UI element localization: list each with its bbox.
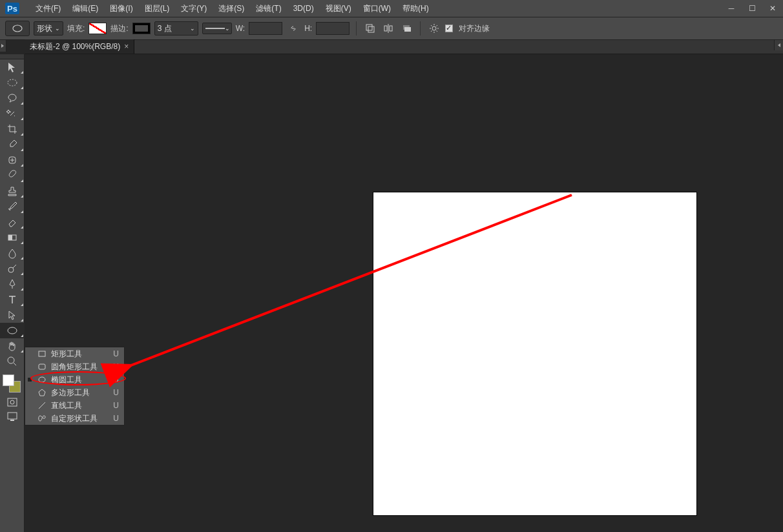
active-tool-indicator[interactable] — [5, 21, 30, 36]
lasso-tool[interactable] — [0, 90, 25, 106]
tool-mode-label: 形状 — [37, 23, 52, 34]
flyout-item[interactable]: 自定形状工具U — [25, 412, 124, 425]
line-icon — [37, 401, 47, 410]
shape-tool-flyout: 矩形工具U圆角矩形工具U椭圆工具U多边形工具U直线工具U自定形状工具U — [25, 347, 125, 425]
stamp-tool[interactable] — [0, 183, 25, 199]
menu-item[interactable]: 文字(Y) — [175, 0, 213, 17]
stroke-color-swatch[interactable] — [132, 23, 151, 34]
chevron-down-icon: ⌄ — [225, 25, 230, 32]
menu-item[interactable]: 图层(L) — [139, 0, 176, 17]
flyout-item[interactable]: 多边形工具U — [25, 386, 124, 399]
svg-line-23 — [39, 402, 45, 409]
svg-point-14 — [8, 327, 17, 334]
flyout-item-shortcut: U — [113, 362, 124, 371]
flyout-item-label: 矩形工具 — [51, 349, 82, 360]
crop-tool[interactable] — [0, 121, 25, 137]
menu-item[interactable]: 编辑(E) — [67, 0, 104, 17]
menu-item[interactable]: 3D(D) — [287, 0, 320, 17]
path-select-tool[interactable] — [0, 307, 25, 323]
path-combine-button[interactable] — [363, 21, 377, 36]
eyedropper-tool[interactable] — [0, 137, 25, 152]
type-tool[interactable] — [0, 292, 25, 307]
flyout-item-label: 多边形工具 — [51, 387, 90, 398]
svg-point-17 — [10, 400, 14, 404]
work-area — [25, 54, 774, 532]
flyout-item[interactable]: 矩形工具U — [25, 347, 124, 360]
custom-icon — [37, 414, 47, 423]
flyout-item-shortcut: U — [113, 414, 124, 423]
flyout-item-shortcut: U — [113, 349, 124, 358]
menu-item[interactable]: 滤镜(T) — [250, 0, 287, 17]
magic-wand-tool[interactable] — [0, 106, 25, 121]
menu-item[interactable]: 选择(S) — [213, 0, 250, 17]
color-swatches[interactable] — [0, 373, 25, 395]
fill-color-swatch[interactable] — [89, 23, 107, 34]
flyout-item[interactable]: 圆角矩形工具U — [25, 360, 124, 373]
separator — [420, 21, 421, 36]
shape-tool[interactable] — [0, 323, 25, 338]
svg-rect-4 — [390, 26, 392, 31]
document-tab[interactable]: 未标题-2 @ 100%(RGB/8) × — [25, 39, 134, 54]
flyout-item[interactable]: 椭圆工具U — [25, 373, 124, 386]
height-label: H: — [304, 24, 312, 33]
dodge-tool[interactable] — [0, 261, 25, 276]
move-tool[interactable] — [0, 59, 25, 75]
brush-tool[interactable] — [0, 168, 25, 183]
height-input[interactable] — [316, 22, 350, 35]
foreground-color[interactable] — [3, 374, 14, 386]
document-canvas[interactable] — [373, 192, 696, 515]
align-edges-checkbox[interactable] — [445, 25, 453, 32]
zoom-tool[interactable] — [0, 354, 25, 369]
svg-rect-7 — [404, 27, 411, 32]
flyout-item-label: 圆角矩形工具 — [51, 362, 98, 373]
right-panel-handle[interactable] — [774, 40, 783, 50]
pen-tool[interactable] — [0, 276, 25, 292]
marquee-tool[interactable] — [0, 75, 25, 90]
roundrect-icon — [37, 362, 47, 371]
svg-point-15 — [8, 357, 14, 363]
hand-tool[interactable] — [0, 338, 25, 354]
document-tab-title: 未标题-2 @ 100%(RGB/8) — [30, 41, 120, 52]
menu-item[interactable]: 帮助(H) — [397, 0, 435, 17]
close-tab-icon[interactable]: × — [124, 42, 129, 51]
menu-item[interactable]: 窗口(W) — [357, 0, 397, 17]
gradient-tool[interactable] — [0, 230, 25, 245]
chevron-down-icon: ⌄ — [190, 25, 195, 32]
menu-item[interactable]: 文件(F) — [30, 0, 67, 17]
stroke-width-value: 3 点 — [158, 23, 172, 34]
menu-item[interactable]: 图像(I) — [104, 0, 138, 17]
chevron-down-icon: ⌄ — [55, 25, 60, 32]
maximize-button[interactable]: ☐ — [742, 0, 762, 17]
link-wh-button[interactable] — [286, 21, 300, 36]
fill-label: 填充: — [67, 23, 85, 34]
blur-tool[interactable] — [0, 245, 25, 261]
stroke-width-dropdown[interactable]: 3 点 ⌄ — [154, 21, 198, 36]
tool-mode-dropdown[interactable]: 形状 ⌄ — [34, 21, 63, 36]
toolbox-handle[interactable] — [0, 54, 24, 59]
flyout-item-shortcut: U — [113, 375, 124, 384]
stroke-style-dropdown[interactable]: ⌄ — [202, 23, 232, 34]
link-icon — [289, 24, 298, 33]
svg-point-13 — [8, 267, 14, 272]
flyout-item-label: 自定形状工具 — [51, 413, 98, 424]
flyout-item-shortcut: U — [113, 401, 124, 410]
left-panel-handle[interactable] — [0, 40, 6, 52]
history-brush-tool[interactable] — [0, 199, 25, 214]
screen-mode-toggle[interactable] — [0, 409, 25, 424]
svg-rect-21 — [39, 364, 45, 369]
shape-settings-button[interactable] — [427, 21, 441, 36]
healing-tool[interactable] — [0, 152, 25, 168]
menu-item[interactable]: 视图(V) — [320, 0, 357, 17]
eraser-tool[interactable] — [0, 214, 25, 230]
svg-rect-20 — [39, 351, 45, 356]
width-input[interactable] — [249, 22, 282, 35]
flyout-item[interactable]: 直线工具U — [25, 399, 124, 412]
svg-point-8 — [432, 26, 436, 30]
path-arrange-button[interactable] — [399, 21, 413, 36]
svg-rect-2 — [368, 26, 374, 32]
flyout-item-shortcut: U — [113, 388, 124, 397]
quickmask-toggle[interactable] — [0, 395, 25, 409]
minimize-button[interactable]: ─ — [721, 0, 742, 17]
close-button[interactable]: ✕ — [762, 0, 783, 17]
path-align-button[interactable] — [381, 21, 395, 36]
